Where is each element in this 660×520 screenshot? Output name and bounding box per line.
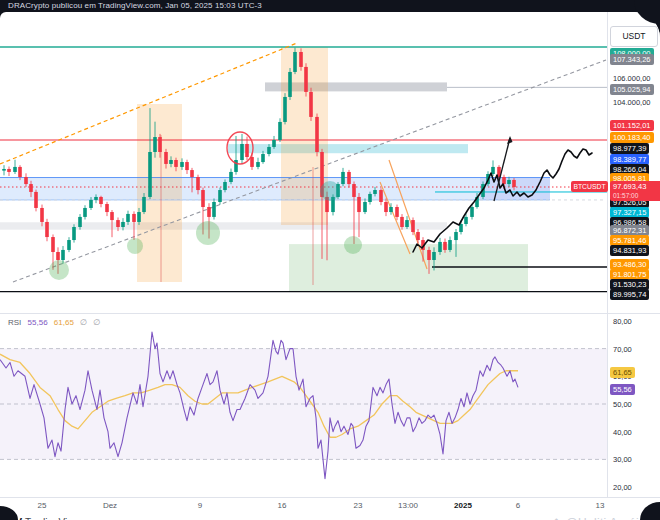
rsi-settings-icon[interactable]: ∅ — [93, 318, 100, 327]
candle-body — [427, 250, 431, 260]
footer: TVTradingView ❖ @Ualiti Araújo — [0, 513, 660, 520]
candle-body — [56, 252, 60, 260]
candle-body — [443, 242, 447, 250]
candle-body — [153, 137, 157, 152]
zone-rect — [0, 178, 550, 200]
screenshot-stage: USDT 108.000,00107.343,26106.000,00105.0… — [0, 0, 660, 520]
candle-body — [267, 147, 271, 154]
candle-body — [293, 52, 297, 72]
price-scale-label: 101.152,01 — [610, 120, 654, 131]
candle-body — [169, 160, 173, 164]
current-price: 97.693,43 — [613, 182, 646, 191]
candle-body — [229, 172, 233, 182]
candle-body — [245, 144, 249, 157]
candle-body — [164, 152, 168, 164]
candle-body — [142, 197, 146, 212]
symbol-price-tag: BTCUSDT — [571, 181, 608, 192]
candle-body — [110, 212, 114, 220]
rsi-scale-label: 40,00 — [610, 427, 635, 438]
current-price-tag: 97.693,4301:57:00 — [610, 181, 660, 201]
time-axis-label: 25 — [38, 501, 47, 510]
price-scale[interactable]: 108.000,00107.343,26106.000,00105.025,94… — [607, 12, 660, 502]
tradingview-logo[interactable]: TVTradingView — [8, 516, 80, 520]
time-axis[interactable]: 25Dez9162313:002025613 — [0, 497, 660, 514]
candle-body — [67, 240, 71, 250]
highlight-circle — [49, 260, 69, 280]
candle-body — [411, 220, 415, 232]
candle-body — [180, 162, 184, 167]
zone-rect — [228, 144, 468, 153]
time-axis-label: 13 — [596, 501, 605, 510]
candle-body — [304, 67, 308, 92]
rsi-scale-label: 80,00 — [610, 316, 635, 327]
candle-body — [278, 122, 282, 140]
candle-body — [148, 152, 152, 197]
candle-body — [256, 162, 260, 167]
rsi-value: 55,56 — [28, 318, 48, 327]
candle-body — [223, 182, 227, 190]
candle-body — [464, 217, 468, 224]
time-axis-label: 9 — [198, 501, 202, 510]
candle-body — [105, 204, 109, 212]
candle-body — [137, 212, 141, 222]
rsi-scale-label: 20,00 — [610, 482, 635, 493]
candle-body — [395, 207, 399, 217]
pane-separator[interactable] — [0, 313, 660, 314]
candle-body — [347, 172, 351, 184]
candle-body — [24, 177, 28, 184]
bar-countdown: 01:57:00 — [613, 192, 638, 199]
candle-body — [352, 184, 356, 197]
candle-body — [363, 202, 367, 212]
candle-body — [13, 167, 17, 172]
candle-body — [72, 227, 76, 240]
candle-body — [18, 167, 22, 177]
highlight-circle — [320, 181, 340, 201]
rsi-indicator-header[interactable]: RSI 55,56 61,65 ∅ ∅ — [8, 318, 100, 327]
candle-body — [61, 250, 65, 260]
candle-body — [389, 207, 393, 212]
rsi-scale-label: 30,00 — [610, 454, 635, 465]
candle-body — [99, 197, 103, 204]
candle-body — [185, 162, 189, 170]
rsi-hide-icon[interactable]: ∅ — [80, 318, 87, 327]
candle-body — [94, 197, 98, 200]
candle-body — [400, 217, 404, 227]
candle-body — [309, 92, 313, 117]
price-and-rsi-chart[interactable] — [0, 12, 660, 520]
highlight-circle — [196, 221, 220, 245]
candle-body — [299, 52, 303, 67]
price-scale-label: 98.977,39 — [610, 143, 649, 154]
candle-body — [196, 177, 200, 190]
candle-body — [29, 184, 33, 192]
time-axis-label: 6 — [516, 501, 520, 510]
rsi-value-tag: 61,65 — [610, 367, 635, 378]
freehand-projection-path — [413, 149, 592, 252]
candle-body — [207, 207, 211, 217]
candle-body — [470, 207, 474, 217]
candle-body — [416, 232, 420, 240]
candle-body — [507, 180, 511, 184]
candle-body — [234, 160, 238, 172]
candle-body — [78, 217, 82, 227]
time-axis-label: Dez — [103, 501, 117, 510]
candle-body — [7, 169, 11, 172]
zone-rect — [0, 222, 447, 229]
price-scale-label: 94.831,93 — [610, 245, 649, 256]
candle-body — [384, 202, 388, 212]
candle-body — [240, 144, 244, 160]
candle-body — [34, 192, 38, 208]
candle-body — [272, 140, 276, 147]
candle-body — [132, 214, 136, 222]
rsi-ma-value: 61,65 — [54, 318, 74, 327]
rsi-value-tag: 55,56 — [610, 384, 635, 395]
candle-body — [158, 137, 162, 152]
time-axis-label: 23 — [354, 501, 363, 510]
candle-body — [438, 242, 442, 252]
candle-body — [51, 237, 55, 252]
candle-body — [454, 232, 458, 240]
candle-body — [315, 117, 319, 152]
zone-rect — [137, 104, 182, 282]
currency-toggle-button[interactable]: USDT — [610, 26, 658, 47]
candle-body — [201, 190, 205, 207]
candle-body — [512, 180, 516, 187]
